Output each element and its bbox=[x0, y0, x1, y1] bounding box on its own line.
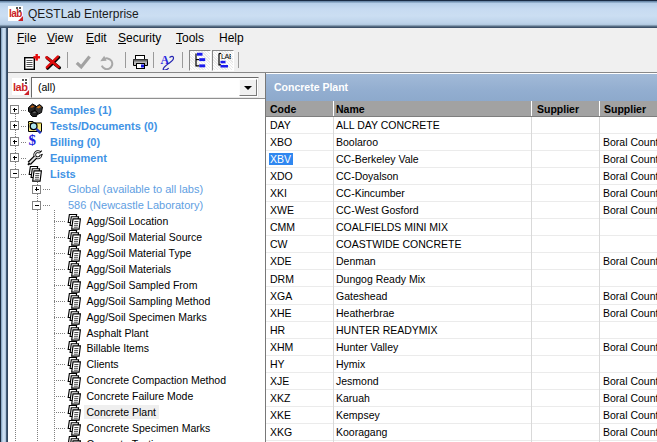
svg-text:LAB: LAB bbox=[221, 52, 231, 61]
svg-text:A: A bbox=[161, 54, 170, 67]
